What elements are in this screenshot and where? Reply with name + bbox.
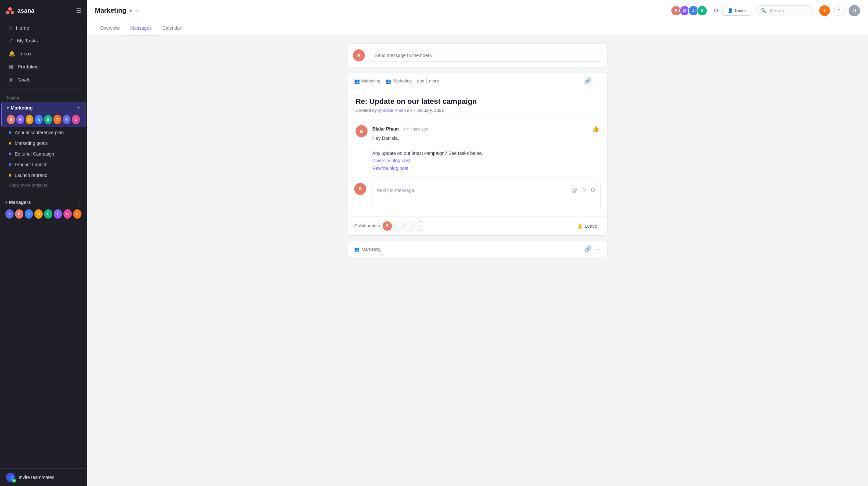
search-bar[interactable]: 🔍 Search xyxy=(755,5,815,16)
project-editorial[interactable]: Editorial Campaign xyxy=(3,149,84,159)
sidebar-toggle-icon[interactable]: ☰ xyxy=(76,7,82,14)
avatar: C xyxy=(25,209,33,219)
svg-point-1 xyxy=(6,11,10,14)
avatar: E xyxy=(44,209,53,219)
nav-goals[interactable]: ◎ Goals xyxy=(3,73,84,86)
user-avatar[interactable]: U xyxy=(849,5,860,17)
header-group-2: 👥 Marketing xyxy=(385,78,412,84)
header-group-1-label: Marketing xyxy=(361,78,380,84)
collaborator-avatars: B xyxy=(382,221,413,231)
message-item: B Blake Pham 9 minutes ago 👍 Hey Daniela… xyxy=(355,120,599,177)
message-body-text: Any update on our latest campaign? See t… xyxy=(372,151,484,156)
project-dot xyxy=(9,174,11,176)
team-marketing-header[interactable]: ▾ Marketing + xyxy=(3,102,84,114)
like-icon[interactable]: 👍 xyxy=(592,125,599,132)
topbar-left: Marketing ▾ ☆ xyxy=(95,7,140,14)
collaborators-left: Collaborators B + xyxy=(354,221,425,231)
tab-messages-label: Messages xyxy=(130,25,152,31)
app-logo: asana xyxy=(5,6,34,15)
project-dot xyxy=(9,163,11,166)
task-link-rewrite[interactable]: Rewrite blog post xyxy=(372,165,599,172)
asana-logo-icon xyxy=(5,6,15,15)
svg-point-2 xyxy=(11,11,14,14)
avatar: B xyxy=(7,115,15,124)
nav-home-label: Home xyxy=(16,25,29,31)
avatar: A xyxy=(35,115,43,124)
message-content: Blake Pham 9 minutes ago 👍 Hey Daniela, … xyxy=(372,125,599,172)
header-group-1: 👥 Marketing xyxy=(354,78,380,84)
compose-input[interactable] xyxy=(370,49,602,62)
goals-icon: ◎ xyxy=(9,76,13,83)
second-link-icon[interactable]: 🔗 xyxy=(585,246,591,252)
leave-button[interactable]: 🔔 Leave xyxy=(574,221,600,231)
collaborator-avatar-3 xyxy=(404,221,413,231)
add-project-icon[interactable]: + xyxy=(77,105,80,111)
show-more-projects[interactable]: Show more projects xyxy=(3,181,84,190)
link-icon[interactable]: 🔗 xyxy=(585,78,591,84)
invite-teammates-label: Invite teammates xyxy=(19,475,54,480)
header-more-label: and 1 more xyxy=(417,78,439,84)
header-group-2-label: Marketing xyxy=(393,78,412,84)
invite-teammates-button[interactable]: 👥 Invite teammates xyxy=(0,468,87,486)
project-dot xyxy=(9,131,11,134)
title-dropdown-icon[interactable]: ▾ xyxy=(129,8,132,13)
author-mention[interactable]: @Blake Pham xyxy=(377,108,407,113)
search-placeholder: Search xyxy=(769,8,784,13)
message-author-avatar: B xyxy=(355,125,368,137)
invite-button[interactable]: 👤 Invite xyxy=(722,6,751,16)
favorite-star-icon[interactable]: ☆ xyxy=(135,7,140,14)
member-avatar: S xyxy=(697,5,707,16)
nav-inbox-label: Inbox xyxy=(19,51,32,56)
project-mktg-goals[interactable]: Marketing goals xyxy=(3,138,84,148)
project-mktg-goals-label: Marketing goals xyxy=(15,140,48,146)
tab-overview[interactable]: Overview xyxy=(95,21,125,35)
nav-my-tasks-label: My Tasks xyxy=(17,38,38,43)
help-button[interactable]: ? xyxy=(834,5,845,16)
collaborators-label: Collaborators xyxy=(354,223,380,228)
settings-icon[interactable]: ⚙ xyxy=(590,187,596,194)
team-marketing-label: Marketing xyxy=(11,105,33,110)
second-card-left: 👥 Marketing xyxy=(354,247,380,252)
page-title: Marketing xyxy=(95,7,126,14)
avatar: H xyxy=(73,209,82,219)
leave-label: Leave xyxy=(585,223,597,229)
tab-messages[interactable]: Messages xyxy=(125,21,157,35)
main-content: Marketing ▾ ☆ B M A S 13 👤 Invite 🔍 Sear… xyxy=(87,0,868,486)
reply-placeholder[interactable]: Reply to message... xyxy=(377,188,571,193)
task-link-diversity[interactable]: Diversity blog post xyxy=(372,157,599,164)
project-launch-rebrand[interactable]: Launch rebrand xyxy=(3,170,84,180)
reply-input-body[interactable] xyxy=(372,194,600,210)
at-mention-icon[interactable]: @ xyxy=(571,187,577,194)
project-product-launch[interactable]: Product Launch xyxy=(3,160,84,169)
nav-my-tasks[interactable]: ✓ My Tasks xyxy=(3,34,84,47)
compose-avatar: B xyxy=(353,50,365,61)
member-count: 13 xyxy=(713,8,718,13)
add-button[interactable]: + xyxy=(819,5,830,16)
message-card-header-right: 🔗 ⋯ xyxy=(585,78,600,84)
message-card-header: 👥 Marketing 👥 Marketing and 1 more 🔗 ⋯ xyxy=(347,73,607,89)
avatar: T xyxy=(54,115,61,124)
add-manager-project-icon[interactable]: + xyxy=(79,199,82,205)
home-icon: ⌂ xyxy=(9,25,12,31)
avatar: A xyxy=(5,209,14,219)
nav-portfolios[interactable]: ▦ Portfolios xyxy=(3,60,84,73)
nav-home[interactable]: ⌂ Home xyxy=(3,22,84,34)
project-annual-conf[interactable]: Annual conference plan xyxy=(3,128,84,137)
tab-calendar[interactable]: Calendar xyxy=(157,21,187,35)
tab-overview-label: Overview xyxy=(100,25,120,31)
topbar: Marketing ▾ ☆ B M A S 13 👤 Invite 🔍 Sear… xyxy=(87,0,868,21)
message-body: Re: Update on our latest campaign Create… xyxy=(347,89,607,177)
team-managers-header[interactable]: ▾ Managers + xyxy=(1,197,86,208)
add-collaborator-button[interactable]: + xyxy=(416,221,425,231)
reply-icons: @ ☺ ⚙ xyxy=(571,187,596,194)
reply-avatar: B xyxy=(354,183,366,195)
message-subject: Re: Update on our latest campaign xyxy=(355,97,599,106)
chevron-down-icon: ▾ xyxy=(7,106,9,110)
reply-area: B Reply to message... @ ☺ ⚙ xyxy=(347,177,607,216)
more-options-icon[interactable]: ⋯ xyxy=(595,78,600,84)
emoji-icon[interactable]: ☺ xyxy=(581,187,587,194)
nav-inbox[interactable]: 🔔 Inbox xyxy=(3,47,84,60)
team-managers: ▾ Managers + A B C D E F G H xyxy=(0,197,87,221)
sidebar-header: asana ☰ xyxy=(0,0,87,21)
second-more-icon[interactable]: ⋯ xyxy=(595,246,600,252)
